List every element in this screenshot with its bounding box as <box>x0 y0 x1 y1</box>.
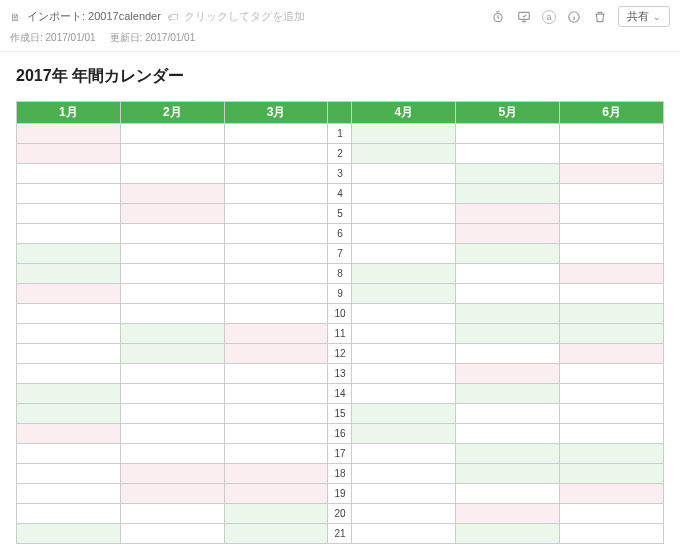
calendar-cell[interactable] <box>17 424 121 444</box>
calendar-cell[interactable] <box>224 244 328 264</box>
share-button[interactable]: 共有 ⌄ <box>618 6 670 27</box>
calendar-cell[interactable] <box>456 344 560 364</box>
calendar-cell[interactable] <box>17 244 121 264</box>
calendar-cell[interactable] <box>560 344 664 364</box>
calendar-cell[interactable] <box>352 464 456 484</box>
calendar-cell[interactable] <box>120 364 224 384</box>
calendar-cell[interactable] <box>224 164 328 184</box>
calendar-cell[interactable] <box>456 144 560 164</box>
calendar-cell[interactable] <box>224 224 328 244</box>
calendar-cell[interactable] <box>352 204 456 224</box>
calendar-cell[interactable] <box>224 464 328 484</box>
calendar-cell[interactable] <box>17 444 121 464</box>
calendar-cell[interactable] <box>456 384 560 404</box>
calendar-cell[interactable] <box>352 184 456 204</box>
calendar-cell[interactable] <box>352 164 456 184</box>
calendar-cell[interactable] <box>120 524 224 544</box>
calendar-cell[interactable] <box>120 344 224 364</box>
calendar-cell[interactable] <box>560 184 664 204</box>
calendar-cell[interactable] <box>17 224 121 244</box>
calendar-cell[interactable] <box>120 444 224 464</box>
calendar-cell[interactable] <box>17 364 121 384</box>
calendar-cell[interactable] <box>560 224 664 244</box>
calendar-cell[interactable] <box>560 264 664 284</box>
calendar-cell[interactable] <box>560 364 664 384</box>
calendar-cell[interactable] <box>456 124 560 144</box>
calendar-cell[interactable] <box>352 224 456 244</box>
calendar-cell[interactable] <box>17 124 121 144</box>
calendar-cell[interactable] <box>560 484 664 504</box>
calendar-cell[interactable] <box>120 184 224 204</box>
calendar-cell[interactable] <box>17 304 121 324</box>
calendar-cell[interactable] <box>352 524 456 544</box>
calendar-cell[interactable] <box>352 284 456 304</box>
calendar-cell[interactable] <box>456 364 560 384</box>
calendar-cell[interactable] <box>17 144 121 164</box>
calendar-cell[interactable] <box>560 504 664 524</box>
calendar-cell[interactable] <box>17 484 121 504</box>
calendar-cell[interactable] <box>224 204 328 224</box>
calendar-cell[interactable] <box>352 424 456 444</box>
calendar-cell[interactable] <box>17 184 121 204</box>
calendar-cell[interactable] <box>352 404 456 424</box>
calendar-cell[interactable] <box>224 264 328 284</box>
calendar-cell[interactable] <box>120 164 224 184</box>
calendar-cell[interactable] <box>224 384 328 404</box>
tag-icon[interactable]: 🏷 <box>167 11 178 23</box>
calendar-cell[interactable] <box>456 444 560 464</box>
calendar-cell[interactable] <box>352 144 456 164</box>
calendar-cell[interactable] <box>352 324 456 344</box>
reminder-icon[interactable] <box>490 9 506 25</box>
calendar-cell[interactable] <box>224 124 328 144</box>
calendar-cell[interactable] <box>560 304 664 324</box>
calendar-cell[interactable] <box>224 144 328 164</box>
calendar-cell[interactable] <box>352 304 456 324</box>
calendar-cell[interactable] <box>224 484 328 504</box>
calendar-cell[interactable] <box>224 304 328 324</box>
calendar-cell[interactable] <box>120 304 224 324</box>
calendar-cell[interactable] <box>17 504 121 524</box>
calendar-cell[interactable] <box>456 464 560 484</box>
calendar-cell[interactable] <box>17 284 121 304</box>
calendar-cell[interactable] <box>224 504 328 524</box>
calendar-cell[interactable] <box>456 524 560 544</box>
calendar-cell[interactable] <box>17 264 121 284</box>
calendar-cell[interactable] <box>17 524 121 544</box>
calendar-cell[interactable] <box>17 404 121 424</box>
calendar-cell[interactable] <box>456 184 560 204</box>
calendar-cell[interactable] <box>224 344 328 364</box>
present-icon[interactable] <box>516 9 532 25</box>
calendar-cell[interactable] <box>560 204 664 224</box>
calendar-cell[interactable] <box>352 444 456 464</box>
calendar-cell[interactable] <box>456 404 560 424</box>
calendar-cell[interactable] <box>224 324 328 344</box>
calendar-cell[interactable] <box>120 144 224 164</box>
calendar-cell[interactable] <box>560 324 664 344</box>
calendar-cell[interactable] <box>120 464 224 484</box>
calendar-cell[interactable] <box>120 384 224 404</box>
calendar-cell[interactable] <box>560 464 664 484</box>
calendar-cell[interactable] <box>352 384 456 404</box>
calendar-cell[interactable] <box>224 184 328 204</box>
calendar-cell[interactable] <box>224 524 328 544</box>
calendar-cell[interactable] <box>560 404 664 424</box>
calendar-cell[interactable] <box>17 384 121 404</box>
calendar-cell[interactable] <box>120 264 224 284</box>
calendar-cell[interactable] <box>352 484 456 504</box>
calendar-cell[interactable] <box>456 244 560 264</box>
calendar-cell[interactable] <box>560 244 664 264</box>
calendar-cell[interactable] <box>120 504 224 524</box>
calendar-cell[interactable] <box>456 424 560 444</box>
calendar-cell[interactable] <box>120 284 224 304</box>
calendar-cell[interactable] <box>456 284 560 304</box>
calendar-cell[interactable] <box>224 284 328 304</box>
calendar-cell[interactable] <box>560 284 664 304</box>
trash-icon[interactable] <box>592 9 608 25</box>
calendar-cell[interactable] <box>456 484 560 504</box>
calendar-cell[interactable] <box>352 344 456 364</box>
calendar-cell[interactable] <box>17 164 121 184</box>
calendar-cell[interactable] <box>456 324 560 344</box>
calendar-cell[interactable] <box>120 324 224 344</box>
calendar-cell[interactable] <box>17 464 121 484</box>
calendar-cell[interactable] <box>224 424 328 444</box>
